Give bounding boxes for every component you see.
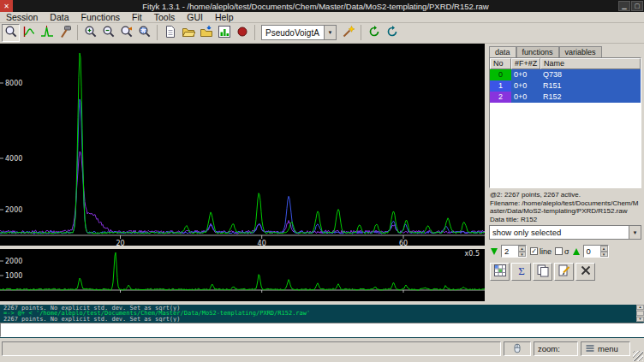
spin-down-icon[interactable]: ▾ xyxy=(518,252,526,258)
shift-spinner[interactable]: 0 ▴▾ xyxy=(583,245,609,258)
menu-session[interactable]: Session xyxy=(0,12,44,22)
menu-data[interactable]: Data xyxy=(44,12,75,22)
fityk-window: ✕ Fityk 1.3.1 - /home/aleplo/test/Docume… xyxy=(0,0,644,362)
dataset-row[interactable]: 00+0Q738 xyxy=(490,69,641,80)
edit-transform-button[interactable] xyxy=(554,263,574,281)
spin-down-icon[interactable]: ▾ xyxy=(600,252,608,258)
point-size-value: 2 xyxy=(502,246,518,257)
point-size-arrows[interactable]: ▴▾ xyxy=(518,246,526,257)
dataset-name: Q738 xyxy=(540,69,641,80)
increase-shift-icon[interactable] xyxy=(573,248,580,255)
series-R151 xyxy=(0,99,485,234)
command-input[interactable] xyxy=(0,323,644,337)
sidebar: data functions variables No #F+#Z Name 0… xyxy=(487,44,644,305)
menu-gui[interactable]: GUI xyxy=(181,12,209,22)
status-menu-label: menu xyxy=(598,344,618,353)
line-checkbox-box[interactable]: ✓ xyxy=(530,247,538,255)
scroll-up-icon[interactable]: ▲ xyxy=(636,305,644,310)
add-peak-mode-icon xyxy=(40,25,54,42)
toolbar-separator xyxy=(157,25,158,40)
dataset-row[interactable]: 20+0R152 xyxy=(490,92,641,103)
add-peak-mode-button[interactable] xyxy=(38,24,56,42)
data-table-button[interactable] xyxy=(490,263,510,281)
status-message xyxy=(2,341,501,356)
minimize-icon: ▁ xyxy=(622,3,626,9)
function-type-combo[interactable]: PseudoVoigtA▼ xyxy=(261,25,337,40)
dataset-table-body: 00+0Q73810+0R15120+0R152 xyxy=(490,69,641,103)
console-scrollbar[interactable]: ▲ ▼ xyxy=(636,305,644,322)
filter-combo[interactable]: show only selected ▼ xyxy=(489,225,641,240)
zoom-out-icon xyxy=(102,25,116,42)
sigma-checkbox[interactable]: σ xyxy=(555,247,569,256)
auto-add-function-icon xyxy=(342,25,355,42)
tab-variables[interactable]: variables xyxy=(559,46,602,57)
menu-icon xyxy=(585,343,595,355)
column-header-functions[interactable]: #F+#Z xyxy=(511,58,540,69)
mouse-icon xyxy=(512,343,522,355)
console-output[interactable]: 2267 points. No explicit std. dev. Set a… xyxy=(0,305,636,322)
main-plot[interactable]: 204060800040002000 xyxy=(0,44,485,246)
open-file-button[interactable] xyxy=(179,24,197,42)
previous-zoom-button[interactable] xyxy=(117,24,135,42)
column-header-name[interactable]: Name xyxy=(540,58,641,69)
column-header-no[interactable]: No xyxy=(490,58,511,69)
toolbar: PseudoVoigtA▼ xyxy=(0,23,644,44)
copy-dataset-icon xyxy=(536,264,550,281)
aux-plot[interactable]: 20001000 x0.5 xyxy=(0,249,485,301)
previous-zoom-icon xyxy=(120,25,134,42)
tab-functions[interactable]: functions xyxy=(516,46,559,57)
menu-functions[interactable]: Functions xyxy=(75,12,127,22)
data-viewer-button[interactable] xyxy=(215,24,233,42)
function-type-value: PseudoVoigtA xyxy=(262,28,324,38)
svg-text:40: 40 xyxy=(258,240,266,246)
activate-mode-button[interactable] xyxy=(56,24,74,42)
tab-data[interactable]: data xyxy=(489,46,516,57)
run-fit-icon xyxy=(367,25,381,42)
record-log-button[interactable] xyxy=(233,24,251,42)
menu-help[interactable]: Help xyxy=(209,12,240,22)
sum-functions-button[interactable]: Σ xyxy=(511,263,531,281)
sigma-checkbox-box[interactable] xyxy=(555,247,563,255)
titlebar: ✕ Fityk 1.3.1 - /home/aleplo/test/Docume… xyxy=(0,0,644,12)
scrollbar-thumb[interactable] xyxy=(636,311,644,316)
dataset-func-count: 0+0 xyxy=(511,92,540,103)
dataset-row[interactable]: 10+0R151 xyxy=(490,80,641,92)
decrease-point-size-icon[interactable] xyxy=(491,248,498,255)
menu-fit[interactable]: Fit xyxy=(126,12,148,22)
run-fit-button[interactable] xyxy=(365,24,383,42)
svg-text:4000: 4000 xyxy=(5,155,22,163)
dataset-color-swatch: 0 xyxy=(490,69,511,80)
zoom-all-button[interactable] xyxy=(135,24,153,42)
line-checkbox[interactable]: ✓ line xyxy=(530,247,552,256)
chevron-down-icon[interactable]: ▼ xyxy=(629,226,641,239)
dataset-list-header: No #F+#Z Name xyxy=(490,58,641,69)
auto-add-function-button[interactable] xyxy=(339,24,357,42)
export-data-button[interactable] xyxy=(197,24,215,42)
close-button[interactable]: ✕ xyxy=(0,0,13,12)
minimize-button[interactable]: ▁ xyxy=(618,1,630,11)
copy-dataset-button[interactable] xyxy=(533,263,552,281)
toolbar-separator xyxy=(254,25,255,40)
resize-grip[interactable] xyxy=(633,351,643,361)
chevron-down-icon[interactable]: ▼ xyxy=(324,26,336,39)
content-area: 204060800040002000 20001000 x0.5 data fu… xyxy=(0,44,644,305)
new-session-icon xyxy=(164,25,177,42)
zoom-in-button[interactable] xyxy=(81,24,99,42)
status-menu-button[interactable]: menu xyxy=(581,341,630,356)
point-size-spinner[interactable]: 2 ▴▾ xyxy=(501,245,527,258)
zoom-mode-button[interactable] xyxy=(2,24,20,42)
scroll-down-icon[interactable]: ▼ xyxy=(636,317,644,322)
maximize-button[interactable]: ▢ xyxy=(631,1,643,11)
plot-column: 204060800040002000 20001000 x0.5 xyxy=(0,44,485,305)
run-script-button[interactable] xyxy=(383,24,401,42)
menu-tools[interactable]: Tools xyxy=(148,12,182,22)
info-filename: Filename: /home/aleplo/test/Documents/Ch… xyxy=(490,199,641,216)
svg-text:2000: 2000 xyxy=(5,258,22,265)
dataset-color-swatch: 2 xyxy=(490,92,511,103)
delete-dataset-button[interactable] xyxy=(575,263,595,281)
zoom-out-button[interactable] xyxy=(99,24,117,42)
shift-arrows[interactable]: ▴▾ xyxy=(600,246,608,257)
svg-text:1000: 1000 xyxy=(5,272,22,280)
new-session-button[interactable] xyxy=(161,24,179,42)
range-mode-button[interactable] xyxy=(20,24,38,42)
